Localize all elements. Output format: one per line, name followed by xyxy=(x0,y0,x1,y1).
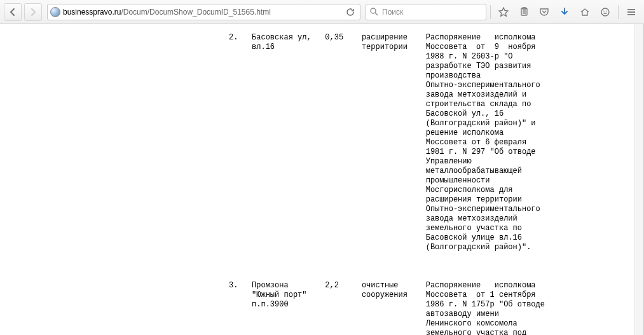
hamburger-icon xyxy=(626,7,636,17)
bookmark-star-button[interactable] xyxy=(495,3,512,21)
star-icon xyxy=(498,7,509,17)
browser-toolbar: businesspravo.ru/Docum/DocumShow_DocumID… xyxy=(0,0,644,24)
search-bar[interactable]: Поиск xyxy=(366,4,486,20)
toolbar-separator xyxy=(618,5,619,19)
back-button[interactable] xyxy=(4,3,22,21)
reading-list-button[interactable] xyxy=(515,3,533,21)
pocket-icon xyxy=(539,7,549,17)
forward-button[interactable] xyxy=(24,3,42,21)
arrow-right-icon xyxy=(29,8,38,17)
smiley-icon xyxy=(600,7,610,17)
reload-icon xyxy=(346,8,355,17)
page-content: 2. Басовская ул, 0,35 расширение Распоря… xyxy=(0,24,644,335)
url-bar[interactable]: businesspravo.ru/Docum/DocumShow_DocumID… xyxy=(47,4,360,20)
globe-icon xyxy=(50,7,60,17)
arrow-left-icon xyxy=(8,8,17,17)
search-placeholder: Поиск xyxy=(382,8,403,17)
vertical-scrollbar[interactable] xyxy=(634,24,643,335)
url-text: businesspravo.ru/Docum/DocumShow_DocumID… xyxy=(63,8,341,17)
svg-point-9 xyxy=(606,10,607,11)
downloads-button[interactable] xyxy=(556,3,573,21)
svg-point-8 xyxy=(603,10,605,11)
search-icon xyxy=(370,8,378,16)
home-icon xyxy=(580,7,590,17)
svg-line-1 xyxy=(375,13,378,15)
chat-button[interactable] xyxy=(596,3,614,21)
svg-point-7 xyxy=(601,8,609,16)
pocket-button[interactable] xyxy=(535,3,553,21)
clipboard-icon xyxy=(519,7,529,17)
svg-point-0 xyxy=(371,8,376,13)
toolbar-separator xyxy=(490,5,491,19)
document-text: 2. Басовская ул, 0,35 расширение Распоря… xyxy=(0,24,643,335)
download-arrow-icon xyxy=(559,7,570,17)
home-button[interactable] xyxy=(576,3,594,21)
menu-button[interactable] xyxy=(622,3,640,21)
reload-button[interactable] xyxy=(343,5,357,19)
